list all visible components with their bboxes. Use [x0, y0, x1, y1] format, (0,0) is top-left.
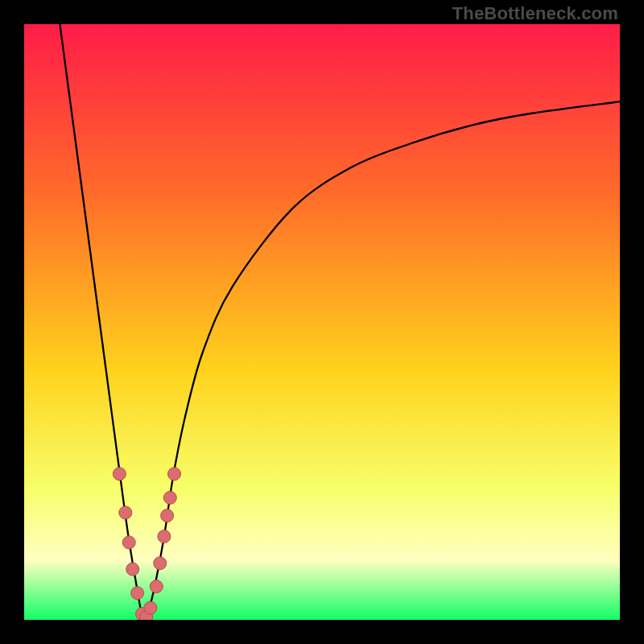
marker-dot	[119, 506, 132, 519]
chart-root: TheBottleneck.com	[0, 0, 644, 644]
plot-area	[24, 24, 620, 620]
marker-dot	[161, 510, 174, 522]
marker-dot	[167, 468, 180, 481]
marker-dot	[158, 530, 171, 543]
marker-dot	[122, 536, 135, 549]
marker-dot	[126, 563, 139, 576]
marker-dot	[144, 601, 157, 614]
marker-dot	[150, 580, 163, 593]
chart-svg	[24, 24, 620, 620]
marker-dot	[163, 491, 176, 504]
marker-dot	[131, 587, 144, 600]
watermark-label: TheBottleneck.com	[452, 3, 618, 24]
marker-dot	[154, 557, 167, 570]
marker-dot	[113, 468, 126, 481]
